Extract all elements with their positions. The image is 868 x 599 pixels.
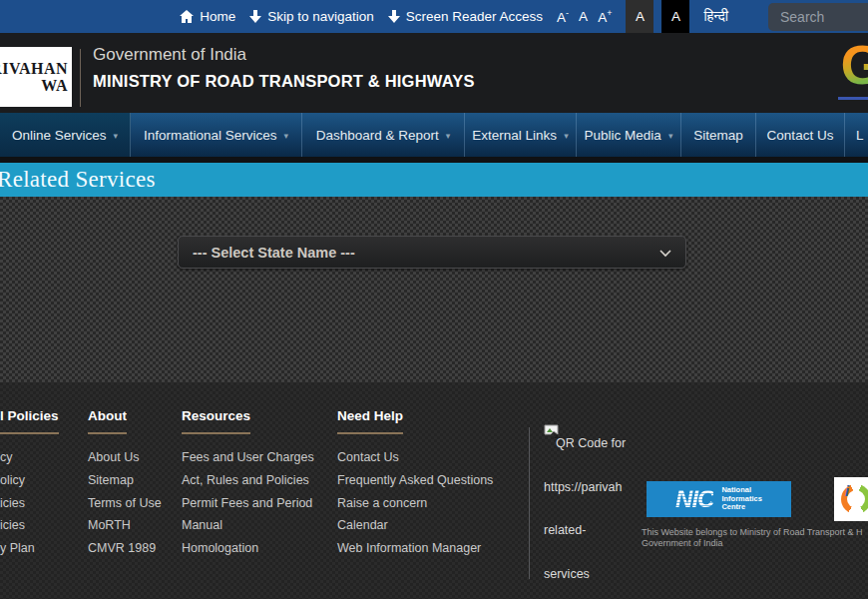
- footer-link[interactable]: cy: [0, 446, 59, 469]
- search-input[interactable]: [768, 3, 868, 31]
- home-icon: [180, 10, 194, 23]
- footer-link[interactable]: Web Information Manager: [337, 537, 493, 560]
- chevron-down-icon: ▾: [668, 129, 673, 141]
- chevron-down-icon: [659, 245, 671, 261]
- nav-item-online-services[interactable]: Online Services ▾: [0, 113, 131, 157]
- footer-link[interactable]: Sitemap: [88, 469, 162, 492]
- screen-reader-access-link[interactable]: Screen Reader Access: [388, 9, 543, 24]
- footer-link[interactable]: Permit Fees and Period: [182, 492, 314, 515]
- nav-item-informational-services[interactable]: Informational Services ▾: [131, 113, 302, 157]
- footer-link[interactable]: Manual: [182, 514, 314, 537]
- nav-item-contact-us[interactable]: Contact Us: [756, 113, 845, 157]
- top-utility-bar: Home Skip to navigation Screen Reader Ac…: [0, 0, 868, 33]
- language-hindi-button[interactable]: हिन्दी: [703, 8, 728, 25]
- digital-india-logo: i: [834, 477, 868, 521]
- parivahan-sewa-logo[interactable]: RIVAHAN WA: [0, 47, 72, 107]
- g20-logo-subtext: [838, 97, 868, 100]
- topbar-links: Home Skip to navigation Screen Reader Ac…: [180, 0, 868, 33]
- nav-item-external-links[interactable]: External Links ▾: [465, 113, 577, 157]
- footer-link[interactable]: MoRTH: [88, 514, 162, 537]
- theme-black-button[interactable]: A: [661, 0, 689, 33]
- nav-item-sitemap[interactable]: Sitemap: [681, 113, 756, 157]
- footer-link-list: About Us Sitemap Terms of Use MoRTH CMVR…: [88, 446, 162, 560]
- home-label: Home: [200, 9, 235, 24]
- footer-column-resources: Resources Fees and User Charges Act, Rul…: [182, 406, 314, 560]
- nic-caption: National Informatics Centre: [721, 486, 761, 512]
- footer-link[interactable]: Calendar: [337, 514, 493, 537]
- nic-caption-line: Centre: [721, 503, 761, 512]
- footer-link[interactable]: Terms of Use: [88, 492, 162, 515]
- footer-column-need-help: Need Help Contact Us Frequently Asked Qu…: [337, 406, 493, 560]
- nav-label: Sitemap: [693, 128, 743, 143]
- qr-alt-text: https://parivah: [544, 450, 640, 494]
- site-header: RIVAHAN WA Government of India MINISTRY …: [0, 33, 868, 113]
- footer-link[interactable]: About Us: [88, 446, 162, 469]
- chevron-down-icon: ▾: [564, 129, 569, 141]
- nav-label: Public Media: [585, 128, 661, 143]
- footer-link[interactable]: Frequently Asked Questions: [337, 469, 493, 492]
- footer-link[interactable]: Act, Rules and Policies: [182, 469, 314, 492]
- footer-link[interactable]: Raise a concern: [337, 492, 493, 515]
- qr-alt-text: related-: [544, 494, 640, 538]
- state-select[interactable]: --- Select State Name ---: [178, 236, 686, 269]
- state-select-value: --- Select State Name ---: [193, 245, 355, 261]
- chevron-down-icon: ▾: [284, 129, 289, 141]
- chevron-down-icon: ▾: [114, 129, 119, 141]
- footer-link[interactable]: Contact Us: [337, 446, 493, 469]
- screen-reader-label: Screen Reader Access: [406, 9, 543, 24]
- qr-alt-text: services: [544, 537, 640, 581]
- main-navigation: Online Services ▾ Informational Services…: [0, 113, 868, 157]
- footer-column-about: About About Us Sitemap Terms of Use MoRT…: [88, 406, 162, 560]
- chevron-down-icon: ▾: [446, 129, 451, 141]
- footer-column-title: About: [88, 408, 127, 434]
- home-link[interactable]: Home: [180, 9, 235, 24]
- nav-label: L: [856, 128, 864, 143]
- main-content-area: --- Select State Name ---: [0, 197, 868, 382]
- page-title-banner: Related Services: [0, 163, 868, 197]
- nav-label: Online Services: [12, 128, 107, 143]
- nic-acronym: NIC: [675, 485, 713, 513]
- footer-column-policies: l Policies cy olicy icies icies y Plan: [0, 406, 59, 560]
- theme-dark-button[interactable]: A: [626, 0, 653, 33]
- footer-column-title: Need Help: [337, 408, 403, 434]
- footer-link-list: cy olicy icies icies y Plan: [0, 446, 59, 560]
- arrow-down-icon: [388, 10, 400, 23]
- nav-label: Contact Us: [767, 128, 834, 143]
- qr-code-broken-image: QR Code for https://parivah related- ser…: [544, 424, 640, 581]
- footer-link[interactable]: Homologation: [182, 537, 314, 560]
- government-of-india-label: Government of India: [93, 45, 475, 65]
- footer-link[interactable]: CMVR 1989: [88, 537, 162, 560]
- footer-link[interactable]: y Plan: [0, 537, 59, 560]
- footer-link[interactable]: icies: [0, 492, 59, 515]
- font-decrease-button[interactable]: A-: [557, 8, 569, 25]
- footer-column-title: Resources: [182, 408, 250, 434]
- footer-link[interactable]: icies: [0, 514, 59, 537]
- footer-divider: [529, 427, 530, 579]
- caption-line: This Website belongs to Ministry of Road…: [642, 527, 868, 538]
- nic-logo[interactable]: NIC National Informatics Centre: [647, 481, 791, 517]
- caption-line: Government of India: [642, 538, 868, 549]
- skip-label: Skip to navigation: [267, 9, 374, 24]
- nav-item-dashboard-report[interactable]: Dashboard & Report ▾: [302, 113, 465, 157]
- website-ownership-caption: This Website belongs to Ministry of Road…: [642, 527, 868, 549]
- footer-link-list: Fees and User Charges Act, Rules and Pol…: [182, 446, 314, 560]
- broken-image-icon: [544, 424, 559, 441]
- footer: l Policies cy olicy icies icies y Plan A…: [0, 382, 868, 599]
- nav-label: Dashboard & Report: [316, 128, 439, 143]
- font-increase-button[interactable]: A+: [598, 8, 612, 25]
- font-normal-button[interactable]: A: [579, 9, 588, 24]
- nav-item-cutoff[interactable]: L: [845, 113, 868, 157]
- footer-link[interactable]: olicy: [0, 469, 59, 492]
- ministry-title: MINISTRY OF ROAD TRANSPORT & HIGHWAYS: [93, 72, 475, 91]
- footer-link[interactable]: Fees and User Charges: [182, 446, 314, 469]
- nav-label: External Links: [472, 128, 557, 143]
- header-divider: [80, 49, 81, 107]
- skip-to-navigation-link[interactable]: Skip to navigation: [249, 9, 374, 24]
- footer-column-title: l Policies: [0, 408, 59, 434]
- logo-text-line1: RIVAHAN: [0, 60, 68, 77]
- nav-label: Informational Services: [144, 128, 277, 143]
- nav-item-public-media[interactable]: Public Media ▾: [577, 113, 681, 157]
- page-title: Related Services: [0, 167, 156, 193]
- header-titles: Government of India MINISTRY OF ROAD TRA…: [93, 45, 475, 91]
- g20-logo[interactable]: G: [840, 37, 868, 93]
